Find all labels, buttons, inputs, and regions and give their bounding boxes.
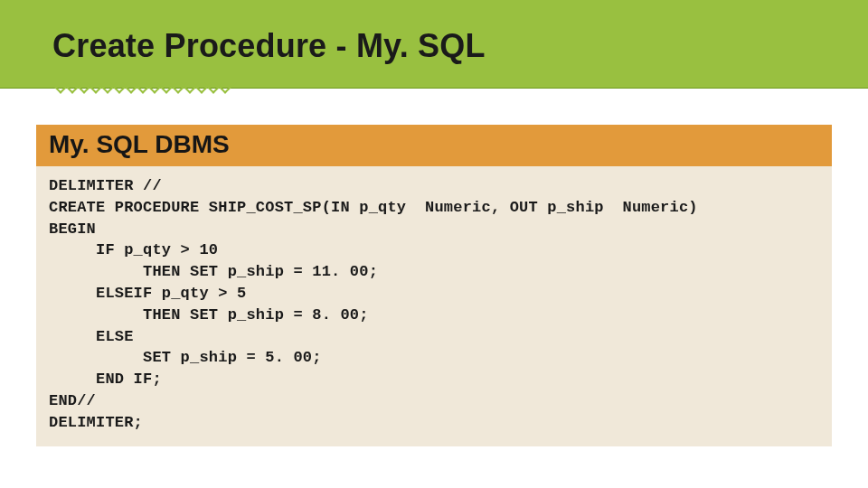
slide-title: Create Procedure - My. SQL (0, 0, 868, 65)
code-line: IF p_qty > 10 (49, 241, 218, 258)
code-line: END// (49, 392, 96, 409)
code-line: ELSE (49, 328, 134, 345)
code-line: THEN SET p_ship = 8. 00; (49, 306, 369, 324)
code-block: DELIMITER // CREATE PROCEDURE SHIP_COST_… (36, 166, 832, 446)
decorative-chevrons (52, 82, 251, 109)
code-line: DELIMITER; (49, 414, 143, 431)
code-line: END IF; (49, 371, 162, 388)
section-label: My. SQL DBMS (36, 125, 832, 166)
code-line: DELIMITER // (49, 177, 162, 194)
code-line: ELSEIF p_qty > 5 (49, 285, 246, 302)
code-line: CREATE PROCEDURE SHIP_COST_SP(IN p_qty N… (49, 199, 698, 216)
slide-header: Create Procedure - My. SQL (0, 0, 868, 89)
code-line: BEGIN (49, 221, 96, 238)
code-line: THEN SET p_ship = 11. 00; (49, 263, 378, 280)
code-line: SET p_ship = 5. 00; (49, 349, 322, 366)
